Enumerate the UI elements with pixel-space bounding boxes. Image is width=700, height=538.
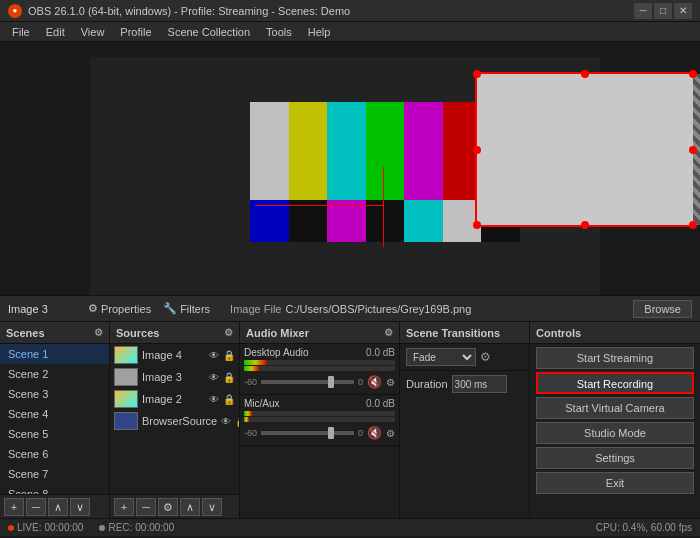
menu-item-profile[interactable]: Profile bbox=[112, 22, 159, 42]
close-button[interactable]: ✕ bbox=[674, 3, 692, 19]
scene-item[interactable]: Scene 1 bbox=[0, 344, 109, 364]
audio-channel-name: Desktop Audio bbox=[244, 347, 309, 358]
scene-item[interactable]: Scene 3 bbox=[0, 384, 109, 404]
scenes-panel-icon[interactable]: ⚙ bbox=[94, 327, 103, 338]
audio-meter-1-fill bbox=[244, 411, 252, 416]
duration-input[interactable] bbox=[452, 375, 507, 393]
control-btn-start-recording[interactable]: Start Recording bbox=[536, 372, 694, 394]
crosshair-v bbox=[383, 167, 384, 247]
source-lock-icon[interactable]: 🔒 bbox=[235, 416, 239, 427]
source-item[interactable]: Image 3👁🔒 bbox=[110, 366, 239, 388]
audio-mute-icon[interactable]: 🔇 bbox=[367, 375, 382, 389]
audio-db-scale: -60 bbox=[244, 428, 257, 438]
filters-icon: 🔧 bbox=[163, 302, 177, 315]
sources-panel-icon[interactable]: ⚙ bbox=[224, 327, 233, 338]
audio-db-scale-0: 0 bbox=[358, 428, 363, 438]
scene-item[interactable]: Scene 5 bbox=[0, 424, 109, 444]
handle-bm[interactable] bbox=[581, 221, 589, 229]
source-lock-icon[interactable]: 🔒 bbox=[223, 394, 235, 405]
source-label: Image 3 bbox=[142, 371, 182, 383]
audio-settings-icon[interactable]: ⚙ bbox=[386, 428, 395, 439]
bar-white bbox=[250, 102, 289, 200]
control-btn-start-virtual-camera[interactable]: Start Virtual Camera bbox=[536, 397, 694, 419]
scenes-down-button[interactable]: ∨ bbox=[70, 498, 90, 516]
scene-item[interactable]: Scene 8 bbox=[0, 484, 109, 494]
browse-button[interactable]: Browse bbox=[633, 300, 692, 318]
scenes-header-label: Scenes bbox=[6, 327, 45, 339]
source-lock-icon[interactable]: 🔒 bbox=[223, 372, 235, 383]
source-info-bar: Image 3 ⚙ Properties 🔧 Filters Image Fil… bbox=[0, 295, 700, 321]
menu-item-scene-collection[interactable]: Scene Collection bbox=[160, 22, 259, 42]
live-time: 00:00:00 bbox=[44, 522, 83, 533]
source-item[interactable]: Image 2👁🔒 bbox=[110, 388, 239, 410]
source-visibility-icon[interactable]: 👁 bbox=[221, 416, 231, 427]
window-controls[interactable]: ─ □ ✕ bbox=[634, 3, 692, 19]
source-item[interactable]: Image 4👁🔒 bbox=[110, 344, 239, 366]
audio-volume-slider[interactable] bbox=[261, 431, 354, 435]
control-btn-exit[interactable]: Exit bbox=[536, 472, 694, 494]
source-name-label: Image 3 bbox=[8, 303, 68, 315]
handle-mr[interactable] bbox=[689, 146, 697, 154]
handle-ml[interactable] bbox=[473, 146, 481, 154]
menu-item-tools[interactable]: Tools bbox=[258, 22, 300, 42]
source-visibility-icon[interactable]: 👁 bbox=[209, 372, 219, 383]
source-lock-icon[interactable]: 🔒 bbox=[223, 350, 235, 361]
scenes-footer: + ─ ∧ ∨ bbox=[0, 494, 109, 518]
transition-duration-row: Duration bbox=[400, 371, 529, 397]
scene-item[interactable]: Scene 6 bbox=[0, 444, 109, 464]
audio-channel: Desktop Audio 0.0 dB -60 0 🔇 ⚙ bbox=[240, 344, 399, 395]
scenes-remove-button[interactable]: ─ bbox=[26, 498, 46, 516]
menu-item-help[interactable]: Help bbox=[300, 22, 339, 42]
image-file-path: C:/Users/OBS/Pictures/Grey169B.png bbox=[285, 303, 471, 315]
menu-item-view[interactable]: View bbox=[73, 22, 113, 42]
maximize-button[interactable]: □ bbox=[654, 3, 672, 19]
sources-up-button[interactable]: ∧ bbox=[180, 498, 200, 516]
handle-tr[interactable] bbox=[689, 70, 697, 78]
rec-status: REC: 00:00:00 bbox=[99, 522, 174, 533]
audio-volume-slider[interactable] bbox=[261, 380, 354, 384]
transition-gear-icon[interactable]: ⚙ bbox=[480, 350, 491, 364]
scene-item[interactable]: Scene 2 bbox=[0, 364, 109, 384]
source-label: BrowserSource bbox=[142, 415, 217, 427]
transitions-panel: Scene Transitions CutFadeSwipeSlideSting… bbox=[400, 322, 530, 518]
window-title: OBS 26.1.0 (64-bit, windows) - Profile: … bbox=[28, 5, 350, 17]
menu-item-edit[interactable]: Edit bbox=[38, 22, 73, 42]
scene-item[interactable]: Scene 7 bbox=[0, 464, 109, 484]
sources-down-button[interactable]: ∨ bbox=[202, 498, 222, 516]
audio-channel-name: Mic/Aux bbox=[244, 398, 280, 409]
properties-button[interactable]: ⚙ Properties bbox=[88, 302, 151, 315]
control-btn-start-streaming[interactable]: Start Streaming bbox=[536, 347, 694, 369]
scene-item[interactable]: Scene 4 bbox=[0, 404, 109, 424]
control-btn-settings[interactable]: Settings bbox=[536, 447, 694, 469]
source-thumbnail bbox=[114, 346, 138, 364]
bar-b5 bbox=[404, 200, 443, 242]
sources-gear-button[interactable]: ⚙ bbox=[158, 498, 178, 516]
source-visibility-icon[interactable]: 👁 bbox=[209, 394, 219, 405]
handle-tl[interactable] bbox=[473, 70, 481, 78]
bar-b3 bbox=[327, 200, 366, 242]
handle-tm[interactable] bbox=[581, 70, 589, 78]
scenes-up-button[interactable]: ∧ bbox=[48, 498, 68, 516]
audio-meter-2-fill bbox=[244, 417, 249, 422]
source-item[interactable]: BrowserSource👁🔒 bbox=[110, 410, 239, 432]
audio-settings-icon[interactable]: ⚙ bbox=[386, 377, 395, 388]
rec-dot bbox=[99, 525, 105, 531]
handle-br[interactable] bbox=[689, 221, 697, 229]
minimize-button[interactable]: ─ bbox=[634, 3, 652, 19]
filters-button[interactable]: 🔧 Filters bbox=[163, 302, 210, 315]
audio-mute-icon[interactable]: 🔇 bbox=[367, 426, 382, 440]
controls-buttons: Start StreamingStart RecordingStart Virt… bbox=[530, 344, 700, 497]
handle-bl[interactable] bbox=[473, 221, 481, 229]
grey-box-source[interactable] bbox=[475, 72, 695, 227]
source-visibility-icon[interactable]: 👁 bbox=[209, 350, 219, 361]
menu-item-file[interactable]: File bbox=[4, 22, 38, 42]
transition-type-select[interactable]: CutFadeSwipeSlideStingerFade to ColorLum… bbox=[406, 348, 476, 366]
sources-add-button[interactable]: + bbox=[114, 498, 134, 516]
audio-panel-icon[interactable]: ⚙ bbox=[384, 327, 393, 338]
sources-footer: + ─ ⚙ ∧ ∨ bbox=[110, 494, 239, 518]
sources-header-label: Sources bbox=[116, 327, 159, 339]
image-file-row: Image File C:/Users/OBS/Pictures/Grey169… bbox=[230, 303, 471, 315]
control-btn-studio-mode[interactable]: Studio Mode bbox=[536, 422, 694, 444]
scenes-add-button[interactable]: + bbox=[4, 498, 24, 516]
sources-remove-button[interactable]: ─ bbox=[136, 498, 156, 516]
